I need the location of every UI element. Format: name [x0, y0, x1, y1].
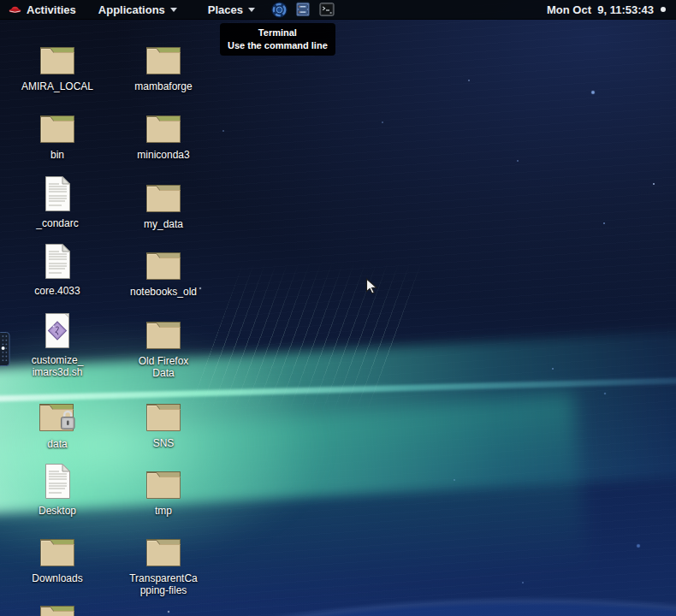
- redhat-logo-icon: [9, 4, 21, 15]
- folder-icon: [145, 536, 181, 567]
- folder-icon: [145, 113, 181, 144]
- desktop-icon-amira-local[interactable]: AMIRA_LOCAL: [4, 44, 110, 92]
- folder-icon: [145, 182, 181, 213]
- launcher-row: [270, 1, 335, 18]
- desktop-icon-core-4033[interactable]: core.4033: [4, 243, 110, 297]
- file-icon: [44, 243, 71, 280]
- file-icon: [44, 463, 71, 500]
- browser-icon: [271, 2, 288, 18]
- files-icon: [295, 2, 311, 17]
- desktop-icon-label: miniconda3: [137, 149, 189, 161]
- desktop-icon-desktop[interactable]: Desktop: [4, 463, 110, 517]
- status-area: Mon Oct 9, 11:53:43: [547, 3, 666, 16]
- desktop-icon-label: customize_imars3d.sh: [32, 354, 84, 378]
- desktop-icon-label: bin: [50, 149, 64, 161]
- applications-label: Applications: [98, 3, 165, 16]
- folder-icon: [39, 536, 75, 567]
- desktop-icon-label: Old FirefoxData: [139, 355, 189, 379]
- desktop-icon-bin[interactable]: bin: [4, 113, 110, 161]
- notification-indicator-icon[interactable]: [661, 7, 666, 12]
- chevron-down-icon: [248, 8, 255, 12]
- desktop-icon-label: AMIRA_LOCAL: [21, 80, 93, 92]
- desktop-icon-label: Downloads: [32, 572, 82, 584]
- desktop-icon-my-data[interactable]: my_data: [110, 182, 216, 230]
- desktop-icon-condarc[interactable]: _condarc: [4, 175, 110, 229]
- locked-folder-icon: [39, 401, 76, 433]
- desktop-icon-notebooks-old[interactable]: notebooks_old: [110, 250, 216, 298]
- desktop-icon-sns[interactable]: SNS: [110, 401, 216, 449]
- folder-icon: [145, 469, 181, 500]
- folder-icon: [39, 44, 75, 75]
- terminal-icon: [319, 3, 335, 16]
- desktop-icon-label: TransparentCapping-files: [129, 572, 198, 596]
- activities-button[interactable]: Activities: [0, 0, 85, 19]
- file-icon: [44, 175, 71, 212]
- folder-icon: [39, 113, 75, 144]
- terminal-tooltip: Terminal Use the command line: [220, 23, 335, 56]
- tooltip-subtitle: Use the command line: [228, 39, 328, 52]
- desktop-icon-mambaforge[interactable]: mambaforge: [110, 44, 216, 92]
- desktop-icon-tmp[interactable]: tmp: [110, 469, 216, 517]
- hidden-dock-handle[interactable]: [0, 332, 10, 370]
- clock[interactable]: Mon Oct 9, 11:53:43: [547, 3, 654, 16]
- wallpaper: [0, 0, 676, 616]
- desktop-icon-label: mambaforge: [134, 80, 192, 92]
- desktop-icon-old-firefox-data[interactable]: Old FirefoxData: [110, 319, 216, 379]
- desktop-icon-miniconda3[interactable]: miniconda3: [110, 113, 216, 161]
- desktop-icon-label: _condarc: [36, 217, 78, 229]
- desktop-icon-label: Desktop: [39, 505, 76, 517]
- folder-icon: [39, 603, 75, 616]
- desktop-icon-transparentcapping-files[interactable]: TransparentCapping-files: [110, 536, 216, 596]
- desktop-icon-label: data: [47, 438, 67, 450]
- tooltip-title: Terminal: [228, 27, 328, 39]
- desktop-icon-label: core.4033: [34, 285, 80, 297]
- folder-icon: [145, 44, 181, 75]
- desktop-screen: Activities Applications Places: [0, 0, 676, 616]
- folder-icon: [145, 401, 181, 432]
- places-menu[interactable]: Places: [199, 0, 264, 19]
- desktop-icon-label: my_data: [144, 218, 183, 230]
- browser-launcher-button[interactable]: [270, 1, 288, 18]
- top-bar: Activities Applications Places: [0, 0, 676, 20]
- folder-icon: [145, 319, 181, 350]
- mouse-cursor: [365, 278, 378, 299]
- files-launcher-button[interactable]: [294, 1, 311, 18]
- activities-label: Activities: [27, 3, 76, 16]
- chevron-down-icon: [170, 8, 177, 12]
- folder-icon: [145, 250, 181, 281]
- applications-menu[interactable]: Applications: [90, 0, 186, 19]
- desktop-icon-label: notebooks_old: [130, 286, 197, 298]
- desktop-icon-label: SNS: [153, 437, 175, 449]
- desktop-icon-label: tmp: [155, 505, 172, 517]
- script-icon: [44, 312, 71, 349]
- desktop-icon-customize-imars3d-sh[interactable]: customize_imars3d.sh: [4, 312, 110, 378]
- desktop-icon-downloads[interactable]: Downloads: [4, 536, 110, 584]
- desktop-icon-data[interactable]: data: [4, 401, 110, 450]
- terminal-launcher-button[interactable]: [318, 1, 335, 18]
- desktop-icon-partial[interactable]: [4, 603, 110, 616]
- places-label: Places: [208, 3, 243, 16]
